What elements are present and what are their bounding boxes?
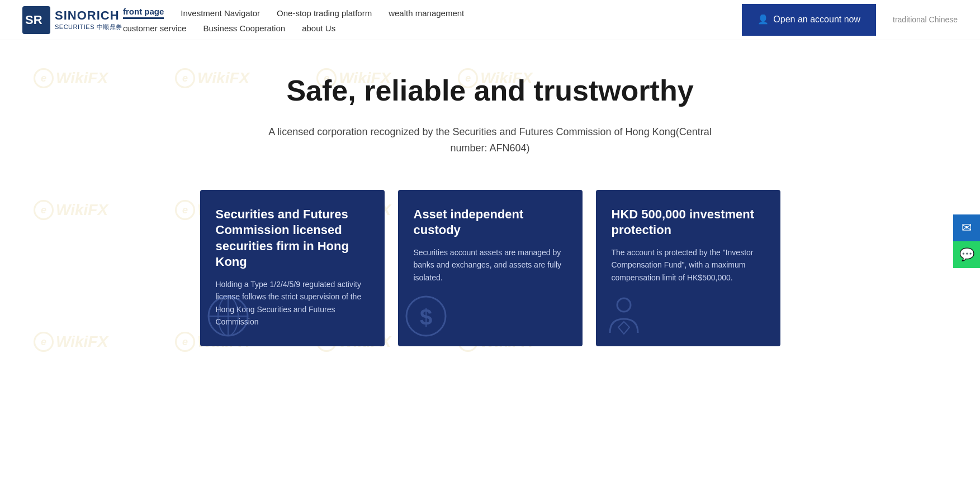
header-right: 👤 Open an account now traditional Chines… — [742, 4, 958, 36]
svg-point-8 — [617, 298, 631, 312]
open-account-label: Open an account now — [773, 14, 860, 26]
account-icon: 👤 — [758, 14, 769, 26]
card-securities: Securities and Futures Commission licens… — [200, 190, 385, 346]
whatsapp-icon: 💬 — [959, 247, 974, 262]
hero-title: Safe, reliable and trustworthy — [11, 74, 969, 107]
logo-sub: SECURITIES 中顺鼎券 — [55, 23, 122, 31]
nav-trading-platform[interactable]: One-stop trading platform — [277, 8, 372, 18]
nav-business-cooperation[interactable]: Business Cooperation — [203, 23, 285, 33]
nav-customer-service[interactable]: customer service — [123, 23, 186, 33]
nav-investment-navigator[interactable]: Investment Navigator — [181, 8, 260, 18]
logo[interactable]: SR SINORICH SECURITIES 中顺鼎券 — [22, 1, 123, 40]
side-buttons: ✉ 💬 — [953, 214, 980, 268]
svg-text:SR: SR — [25, 13, 42, 27]
email-icon: ✉ — [962, 221, 972, 235]
nav-row2: customer service Business Cooperation ab… — [123, 21, 742, 40]
svg-text:$: $ — [419, 305, 432, 330]
nav-about-us[interactable]: about Us — [302, 23, 335, 33]
nav-wrapper: front page Investment Navigator One-stop… — [123, 0, 742, 40]
nav-row1: front page Investment Navigator One-stop… — [123, 0, 742, 21]
whatsapp-button[interactable]: 💬 — [953, 241, 980, 268]
email-button[interactable]: ✉ — [953, 214, 980, 241]
card-2-title: Asset independent custody — [414, 207, 567, 238]
nav-front-page[interactable]: front page — [123, 7, 164, 19]
hero-section: Safe, reliable and trustworthy A license… — [0, 40, 980, 179]
card-3-title: HKD 500,000 investment protection — [612, 207, 765, 238]
open-account-button[interactable]: 👤 Open an account now — [742, 4, 876, 36]
card-protection: HKD 500,000 investment protection The ac… — [596, 190, 780, 346]
main-content: e WikiFX e WikiFX e WikiFX e WikiFX e Wi… — [0, 40, 980, 476]
card-asset: $ Asset independent custody Securities a… — [398, 190, 583, 346]
site-header: SR SINORICH SECURITIES 中顺鼎券 front page I… — [0, 0, 980, 40]
card-2-body: Securities account assets are managed by… — [414, 246, 567, 284]
language-link[interactable]: traditional Chinese — [893, 15, 958, 24]
cards-section: Securities and Futures Commission licens… — [0, 179, 980, 380]
card-1-title: Securities and Futures Commission licens… — [216, 207, 369, 270]
hero-subtitle: A licensed corporation recognized by the… — [267, 124, 714, 156]
card-3-body: The account is protected by the "Investo… — [612, 246, 765, 284]
nav-wealth-management[interactable]: wealth management — [389, 8, 464, 18]
logo-name: SINORICH — [55, 8, 122, 23]
